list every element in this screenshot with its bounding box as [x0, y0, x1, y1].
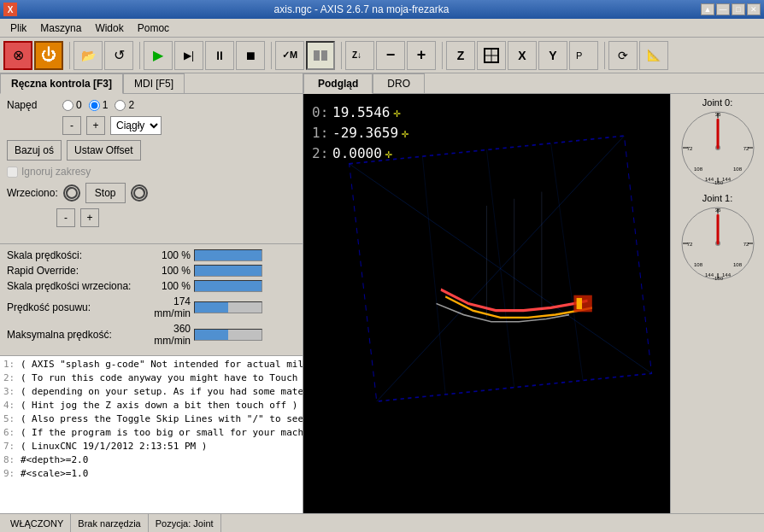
cnc-path-svg: [303, 94, 670, 513]
tab-manual[interactable]: Ręczna kontrola [F3]: [0, 73, 123, 94]
menu-widok[interactable]: Widok: [88, 20, 130, 36]
stop-button[interactable]: Stop: [85, 183, 126, 203]
svg-rect-0: [314, 50, 320, 61]
bazuj-os-button[interactable]: Bazuj oś: [7, 140, 62, 161]
reload-button[interactable]: ↺: [104, 41, 133, 70]
menu-pomoc[interactable]: Pomoc: [131, 20, 176, 36]
feed-row: Napęd 0 1 2: [7, 99, 296, 111]
ustaw-offset-button[interactable]: Ustaw Offset: [67, 140, 140, 161]
ignoruj-checkbox[interactable]: [7, 167, 18, 178]
gcode-line-4: 5: ( Also press the Toggle Skip Lines wi…: [3, 412, 299, 426]
spindle-ccw-icon[interactable]: [63, 184, 80, 202]
yview-button[interactable]: Y: [538, 41, 567, 70]
svg-text:Z↓: Z↓: [352, 50, 361, 60]
svg-text:144: 144: [721, 272, 731, 278]
slider-row-2: Skala prędkości wrzeciona: 100 %: [7, 280, 296, 292]
feed-radio-2[interactable]: [115, 100, 126, 111]
menu-maszyna[interactable]: Maszyna: [33, 20, 88, 36]
tooltip2-button[interactable]: [306, 41, 335, 70]
slider-track-1[interactable]: [194, 265, 262, 277]
spindle-plusminus-row: - +: [56, 208, 296, 227]
svg-text:72: 72: [686, 146, 692, 151]
minus2-button[interactable]: −: [376, 41, 405, 70]
dials-panel: Joint 0: 36 72 72 108 108 144 144: [670, 94, 764, 513]
slider-label-0: Skala prędkości:: [7, 249, 148, 261]
status-position: Pozycja: Joint: [149, 514, 221, 532]
svg-text:P: P: [576, 50, 582, 61]
control-tabs: Ręczna kontrola [F3] MDI [F5]: [0, 73, 303, 94]
xview-button[interactable]: X: [508, 41, 537, 70]
spindle-cw-icon[interactable]: [131, 184, 148, 202]
feed-radio-1[interactable]: [89, 100, 100, 111]
control-section: Napęd 0 1 2: [0, 94, 303, 243]
feed-opt-2-label: 2: [128, 99, 134, 111]
slider-label-1: Rapid Override:: [7, 265, 148, 277]
dial-joint1-label: Joint 1:: [702, 193, 732, 203]
close-button[interactable]: ✕: [747, 3, 761, 15]
svg-text:72: 72: [686, 242, 692, 247]
viz-tab-dro[interactable]: DRO: [373, 73, 425, 93]
stop2-button[interactable]: ⏹: [236, 41, 265, 70]
feed-opt-0: 0: [62, 99, 82, 111]
gcode-line-0: 1: ( AXIS "splash g-code" Not intended f…: [3, 358, 299, 371]
gcode-line-7: 8: #<depth>=2.0: [3, 453, 299, 467]
gcode-panel[interactable]: 1: ( AXIS "splash g-code" Not intended f…: [0, 355, 303, 513]
slider-track-3: [194, 301, 262, 313]
toolbar-separator-5: [439, 42, 443, 69]
gcode-line-1: 2: ( To run this code anyway you might h…: [3, 371, 299, 385]
slider-label-3: Prędkość posuwu:: [7, 301, 148, 313]
dial-joint0: Joint 0: 36 72 72 108 108 144 144: [679, 97, 756, 186]
dial-joint1: Joint 1: 36 72 72 108 108 144 144 -180: [679, 193, 756, 282]
slider-track-4: [194, 329, 262, 341]
zview-button[interactable]: Z: [446, 41, 475, 70]
run-button[interactable]: ▶: [144, 41, 173, 70]
visualization-canvas[interactable]: 0: 19.5546 ✛ 1: -29.3659 ✛ 2: 0.0000 ✛: [303, 94, 670, 513]
feed-radio-0[interactable]: [62, 100, 73, 111]
maximize-button[interactable]: □: [732, 3, 745, 15]
step-button[interactable]: ▶|: [174, 41, 203, 70]
spindle-row: Wrzeciono: Stop: [7, 183, 296, 203]
viz-tab-podglad[interactable]: Podgląd: [303, 73, 373, 94]
minus-button[interactable]: -: [62, 116, 81, 135]
window-controls[interactable]: ▲ — □ ✕: [701, 3, 761, 15]
svg-rect-16: [577, 298, 582, 309]
app-icon: X: [3, 3, 17, 16]
svg-line-14: [551, 143, 584, 380]
slider-value-0: 100 %: [148, 249, 191, 261]
status-tool: Brak narzędzia: [71, 514, 148, 532]
main-area: Ręczna kontrola [F3] MDI [F5] Napęd 0 1: [0, 73, 764, 513]
estop-button[interactable]: ⊗: [3, 41, 32, 70]
minimize-button[interactable]: ▲: [701, 3, 714, 15]
toolbar-separator-4: [338, 42, 342, 69]
slider-label-4: Maksymalna prędkość:: [7, 329, 148, 341]
plus-button[interactable]: +: [86, 116, 105, 135]
svg-text:72: 72: [743, 146, 749, 151]
clearview-button[interactable]: ⟳: [608, 41, 638, 70]
gcode-line-3: 4: ( Hint jog the Z axis down a bit then…: [3, 399, 299, 412]
measure-button[interactable]: 📐: [639, 41, 668, 70]
touchz-button[interactable]: Z↓: [345, 41, 374, 70]
slider-value-1: 100 %: [148, 265, 191, 277]
slider-track-2[interactable]: [194, 280, 262, 292]
verify-button[interactable]: ✓M: [275, 41, 304, 70]
ignoruj-label: Ignoruj zakresy: [21, 166, 91, 178]
pview-button[interactable]: P: [569, 41, 598, 70]
slider-track-0[interactable]: [194, 249, 262, 261]
feed-opt-0-label: 0: [76, 99, 82, 111]
continuous-select[interactable]: Ciągły 0.001 0.01 0.1 1.0: [110, 116, 162, 135]
restore-button[interactable]: —: [716, 3, 730, 15]
xyview-button[interactable]: [477, 41, 506, 70]
power-button[interactable]: ⏻: [34, 41, 63, 70]
plus2-button[interactable]: +: [407, 41, 436, 70]
svg-text:108: 108: [693, 167, 702, 172]
tab-mdi[interactable]: MDI [F5]: [123, 73, 185, 93]
svg-rect-1: [321, 50, 327, 61]
spindle-plus-button[interactable]: +: [80, 208, 99, 227]
open-button[interactable]: 📂: [73, 41, 103, 70]
gcode-line-8: 9: #<scale>=1.0: [3, 467, 299, 481]
menu-plik[interactable]: Plik: [3, 20, 33, 36]
feed-label: Napęd: [7, 99, 62, 111]
pause-button[interactable]: ⏸: [205, 41, 234, 70]
spindle-minus-button[interactable]: -: [56, 208, 75, 227]
window-title: axis.ngc - AXIS 2.6.7 na moja-frezarka: [22, 3, 701, 15]
